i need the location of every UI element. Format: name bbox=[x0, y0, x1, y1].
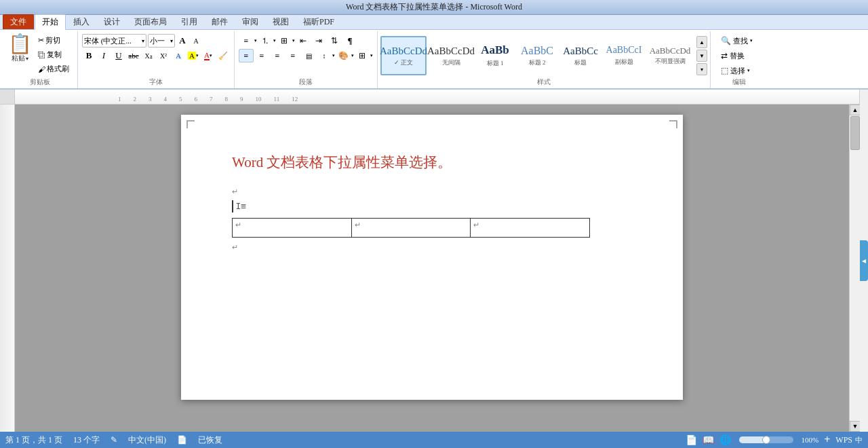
select-button[interactable]: ⬚ 选择 ▾ bbox=[717, 64, 760, 77]
show-marks-button[interactable]: ¶ bbox=[342, 34, 357, 48]
restore-status: 已恢复 bbox=[198, 434, 222, 446]
tab-design[interactable]: 设计 bbox=[97, 15, 127, 29]
zoom-slider[interactable] bbox=[739, 436, 793, 443]
tab-pdf[interactable]: 福昕PDF bbox=[296, 15, 341, 29]
cut-button[interactable]: ✂ 剪切 bbox=[35, 34, 72, 47]
tab-view[interactable]: 视图 bbox=[266, 15, 296, 29]
wps-icon[interactable]: WPS bbox=[835, 435, 852, 445]
align-left-button[interactable]: ≡ bbox=[239, 49, 254, 62]
align-center-button[interactable]: ≡ bbox=[254, 49, 269, 62]
styles-group: AaBbCcDd ✓ 正文 AaBbCcDd 无间隔 AaBb 标题 1 AaB… bbox=[378, 31, 711, 88]
corner-tr bbox=[669, 120, 677, 128]
title-bar: Word 文档表格下拉属性菜单选择 - Microsoft Word bbox=[0, 0, 868, 15]
font-grow-button[interactable]: A bbox=[176, 35, 189, 47]
find-button[interactable]: 🔍 查找 ▾ bbox=[717, 34, 760, 48]
editing-group-label: 编辑 bbox=[713, 77, 764, 87]
decrease-indent-button[interactable]: ⇤ bbox=[296, 34, 311, 48]
table-row: ↵ ↵ ↵ bbox=[233, 218, 590, 237]
style-normal[interactable]: AaBbCcDd ✓ 正文 bbox=[380, 36, 427, 75]
style-no-spacing[interactable]: AaBbCcDd 无间隔 bbox=[428, 36, 474, 75]
font-color-button[interactable]: A ▾ bbox=[201, 49, 215, 62]
tab-insert[interactable]: 插入 bbox=[66, 15, 96, 29]
font-size-select[interactable]: 小一 ▾ bbox=[148, 34, 175, 48]
styles-scroll-down[interactable]: ▼ bbox=[696, 50, 707, 62]
vertical-scrollbar[interactable]: ▲ ▼ bbox=[849, 105, 860, 432]
clear-format-button[interactable]: 🧹 bbox=[216, 49, 230, 62]
font-name-select[interactable]: 宋体 (中文正... ▾ bbox=[82, 34, 146, 48]
tab-review[interactable]: 审阅 bbox=[235, 15, 265, 29]
paragraph-group: ≡ ▾ ⒈ ▾ ⊞ ▾ ⇤ ⇥ ⇅ ¶ ≡ ≡ ≡ ≡ ▤ ↕ ▾ 🎨 ▾ ⊞ … bbox=[235, 31, 378, 88]
ribbon-toolbar: 📋 粘贴 ▾ ✂ 剪切 ⿻ 复制 🖌 格式刷 bbox=[0, 30, 868, 90]
view-mode-icon: 📄 bbox=[177, 435, 187, 445]
text-effect-button[interactable]: A bbox=[172, 49, 185, 62]
view-web-button[interactable]: 🌐 bbox=[719, 434, 731, 446]
style-subtle-emphasis[interactable]: AaBbCcDd 不明显强调 bbox=[646, 36, 694, 75]
style-subtitle[interactable]: AaBbCcI 副标题 bbox=[603, 36, 645, 75]
line-spacing-button[interactable]: ↕ bbox=[317, 49, 332, 62]
increase-indent-button[interactable]: ⇥ bbox=[311, 34, 326, 48]
status-bar: 第 1 页，共 1 页 13 个字 ✎ 中文(中国) 📄 已恢复 📄 📖 🌐 1… bbox=[0, 432, 868, 448]
scroll-track[interactable] bbox=[850, 115, 860, 421]
para-mark-before-table: ↵ bbox=[232, 187, 632, 196]
bold-button[interactable]: B bbox=[82, 49, 96, 62]
style-title[interactable]: AaBbCc 标题 bbox=[559, 36, 601, 75]
view-reading-button[interactable]: 📖 bbox=[703, 434, 714, 446]
zoom-level: 100% bbox=[802, 436, 819, 444]
table-cell-2[interactable]: ↵ bbox=[351, 218, 471, 237]
copy-button[interactable]: ⿻ 复制 bbox=[35, 48, 72, 61]
tab-layout[interactable]: 页面布局 bbox=[127, 15, 174, 29]
paragraph-group-label: 段落 bbox=[235, 77, 377, 87]
vertical-ruler bbox=[0, 90, 15, 432]
scroll-up-button[interactable]: ▲ bbox=[850, 105, 860, 115]
view-print-button[interactable]: 📄 bbox=[686, 434, 697, 446]
underline-button[interactable]: U bbox=[112, 49, 125, 62]
title-text: Word 文档表格下拉属性菜单选择 - Microsoft Word bbox=[346, 1, 522, 13]
align-right-button[interactable]: ≡ bbox=[270, 49, 285, 62]
replace-icon: ⇄ bbox=[721, 51, 728, 61]
table-cell-1[interactable]: ↵ bbox=[233, 218, 352, 237]
format-painter-button[interactable]: 🖌 格式刷 bbox=[35, 62, 72, 75]
border-button[interactable]: ⊞ bbox=[355, 49, 370, 62]
highlight-button[interactable]: A ▾ bbox=[186, 49, 200, 62]
char-count: 13 个字 bbox=[73, 434, 100, 446]
tab-file[interactable]: 文件 bbox=[3, 14, 34, 29]
copy-icon: ⿻ bbox=[38, 51, 45, 59]
document-table: ↵ ↵ ↵ bbox=[232, 218, 590, 238]
styles-expand[interactable]: ▾ bbox=[696, 63, 707, 75]
horizontal-ruler: 1 2 3 4 5 6 7 8 9 10 11 12 bbox=[15, 90, 860, 105]
right-edge-indicator[interactable]: ◀ bbox=[860, 240, 868, 281]
replace-button[interactable]: ⇄ 替换 bbox=[717, 49, 760, 62]
cursor-icon: I≡ bbox=[236, 201, 247, 211]
tab-mailings[interactable]: 邮件 bbox=[205, 15, 235, 29]
italic-button[interactable]: I bbox=[97, 49, 111, 62]
document-scroll-area[interactable]: Word 文档表格下拉属性菜单选择。 ↵ I≡ ↵ bbox=[15, 105, 849, 432]
justify-button[interactable]: ≡ bbox=[285, 49, 300, 62]
shading-button[interactable]: 🎨 bbox=[336, 49, 351, 62]
clipboard-group-label: 剪贴板 bbox=[3, 77, 77, 87]
style-heading2[interactable]: AaBbC 标题 2 bbox=[516, 36, 558, 75]
sort-button[interactable]: ⇅ bbox=[327, 34, 342, 48]
superscript-button[interactable]: X² bbox=[157, 49, 170, 62]
table-cell-3[interactable]: ↵ bbox=[471, 218, 590, 237]
scroll-thumb[interactable] bbox=[850, 116, 860, 150]
styles-scroll-up[interactable]: ▲ bbox=[696, 36, 707, 48]
scroll-down-button[interactable]: ▼ bbox=[850, 421, 860, 432]
subscript-button[interactable]: X₂ bbox=[142, 49, 155, 62]
paste-icon: 📋 bbox=[8, 35, 32, 54]
tab-references[interactable]: 引用 bbox=[174, 15, 204, 29]
track-changes-icon: ✎ bbox=[111, 435, 117, 445]
style-heading1[interactable]: AaBb 标题 1 bbox=[475, 36, 515, 75]
numbered-list-button[interactable]: ⒈ bbox=[258, 34, 273, 48]
paste-button[interactable]: 📋 粘贴 ▾ bbox=[5, 33, 34, 65]
font-shrink-button[interactable]: A bbox=[190, 35, 202, 47]
multilevel-list-button[interactable]: ⊞ bbox=[277, 34, 292, 48]
column-layout-button[interactable]: ▤ bbox=[301, 49, 316, 62]
page-info: 第 1 页，共 1 页 bbox=[5, 434, 62, 446]
document-title: Word 文档表格下拉属性菜单选择。 bbox=[232, 152, 632, 174]
bullet-list-button[interactable]: ≡ bbox=[239, 34, 254, 48]
scissors-icon: ✂ bbox=[38, 36, 44, 45]
ime-icon[interactable]: 中 bbox=[855, 435, 863, 445]
zoom-in-button[interactable]: + bbox=[824, 434, 830, 446]
tab-home[interactable]: 开始 bbox=[35, 14, 66, 30]
strikethrough-button[interactable]: abc bbox=[127, 49, 140, 62]
